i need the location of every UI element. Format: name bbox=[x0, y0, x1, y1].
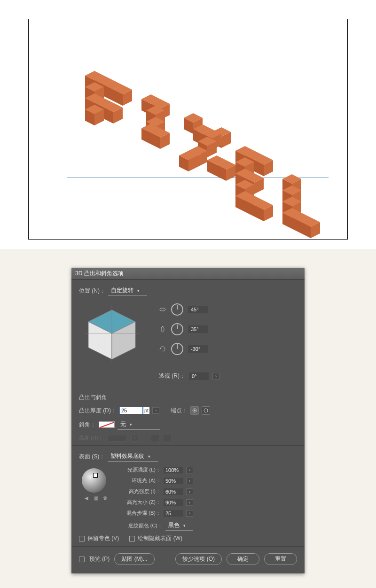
pixel-text-3d bbox=[66, 57, 329, 240]
blend-steps-label: 混合步骤 (B)： bbox=[120, 510, 161, 517]
draw-hidden-label: 绘制隐藏表面 (W) bbox=[138, 534, 182, 542]
bevel-label: 斜角： bbox=[79, 421, 96, 429]
preserve-spot-label: 保留专色 (V) bbox=[87, 534, 119, 542]
shade-color-dropdown[interactable]: 黑色 bbox=[165, 520, 193, 531]
perspective-stepper[interactable]: › bbox=[212, 373, 219, 379]
highlight-size-input[interactable]: 90% bbox=[164, 499, 183, 506]
y-rotation-dial[interactable] bbox=[171, 323, 183, 335]
dialog-background: 3D 凸出和斜角选项 位置 (N)： 自定旋转 bbox=[0, 249, 376, 588]
light-back-icon[interactable]: ◀ bbox=[83, 495, 90, 501]
cap-on-button[interactable] bbox=[190, 406, 199, 415]
3d-extrude-bevel-dialog: 3D 凸出和斜角选项 位置 (N)： 自定旋转 bbox=[71, 268, 305, 573]
shade-color-label: 底纹颜色 (C)： bbox=[122, 522, 163, 529]
perspective-value[interactable]: 0° bbox=[189, 372, 209, 380]
perspective-label: 透视 (R)： bbox=[159, 372, 185, 380]
bevel-dropdown[interactable]: 无 bbox=[118, 419, 160, 430]
rotate-z-icon bbox=[159, 345, 166, 353]
light-position-handle[interactable] bbox=[93, 473, 98, 478]
extrude-section-title: 凸出与斜角 bbox=[79, 394, 297, 402]
bevel-out-icon bbox=[164, 435, 171, 441]
highlight-intensity-stepper[interactable]: › bbox=[186, 488, 193, 495]
blend-steps-input[interactable]: 25 bbox=[164, 510, 183, 517]
depth-stepper[interactable]: › bbox=[152, 407, 159, 414]
rotate-x-icon bbox=[159, 306, 166, 313]
ambient-input[interactable]: 50% bbox=[164, 478, 183, 484]
bevel-height-label: 高度 (H)： bbox=[79, 434, 103, 441]
rotate-y-icon bbox=[159, 325, 166, 333]
cap-label: 端点： bbox=[171, 407, 188, 415]
ambient-stepper[interactable]: › bbox=[186, 478, 193, 484]
ok-button[interactable]: 确定 bbox=[227, 553, 259, 565]
x-rotation-value[interactable]: 45° bbox=[188, 306, 208, 313]
depth-unit: pt bbox=[143, 407, 149, 414]
light-delete-icon[interactable]: 🗑 bbox=[102, 495, 109, 501]
ambient-label: 环境光 (A)： bbox=[120, 477, 161, 484]
map-art-button[interactable]: 贴图 (M)... bbox=[114, 553, 154, 565]
highlight-size-stepper[interactable]: › bbox=[186, 499, 193, 506]
draw-hidden-checkbox[interactable] bbox=[129, 536, 135, 542]
bevel-height-stepper: › bbox=[131, 435, 138, 441]
light-new-icon[interactable]: ▦ bbox=[93, 495, 99, 501]
rotation-cube-preview[interactable] bbox=[79, 301, 145, 366]
light-intensity-input[interactable]: 100% bbox=[164, 467, 183, 473]
x-rotation-dial[interactable] bbox=[171, 303, 183, 316]
cap-off-button[interactable] bbox=[202, 406, 210, 415]
dialog-title: 3D 凸出和斜角选项 bbox=[71, 268, 305, 280]
canvas-preview bbox=[28, 19, 348, 240]
position-dropdown[interactable]: 自定旋转 bbox=[108, 286, 147, 296]
depth-input[interactable] bbox=[119, 407, 143, 414]
preview-label: 预览 (P) bbox=[89, 555, 110, 563]
bevel-in-icon bbox=[151, 435, 159, 441]
surface-label: 表面 (S)： bbox=[79, 453, 105, 461]
svg-point-11 bbox=[194, 410, 196, 411]
y-rotation-value[interactable]: 35° bbox=[188, 325, 208, 333]
depth-label: 凸出厚度 (D)： bbox=[79, 407, 117, 415]
surface-dropdown[interactable]: 塑料效果底纹 bbox=[108, 451, 158, 462]
preview-checkbox[interactable] bbox=[79, 557, 85, 562]
preserve-spot-checkbox[interactable] bbox=[79, 536, 85, 542]
z-rotation-value[interactable]: -30° bbox=[188, 345, 208, 353]
light-intensity-stepper[interactable]: › bbox=[186, 467, 193, 473]
light-intensity-label: 光源强度 (L)： bbox=[120, 466, 161, 473]
position-label: 位置 (N)： bbox=[79, 287, 105, 295]
light-sphere-preview[interactable] bbox=[82, 468, 106, 493]
bevel-none-swatch bbox=[99, 421, 115, 428]
blend-steps-stepper[interactable]: › bbox=[186, 510, 193, 517]
reset-button[interactable]: 重置 bbox=[264, 553, 297, 565]
bevel-height-input bbox=[108, 435, 126, 441]
z-rotation-dial[interactable] bbox=[171, 343, 183, 355]
svg-point-12 bbox=[204, 409, 208, 412]
highlight-intensity-label: 高光强度 (I)： bbox=[120, 488, 161, 495]
fewer-options-button[interactable]: 较少选项 (O) bbox=[175, 553, 222, 565]
highlight-intensity-input[interactable]: 60% bbox=[164, 488, 183, 495]
highlight-size-label: 高光大小 (Z)： bbox=[120, 499, 161, 506]
